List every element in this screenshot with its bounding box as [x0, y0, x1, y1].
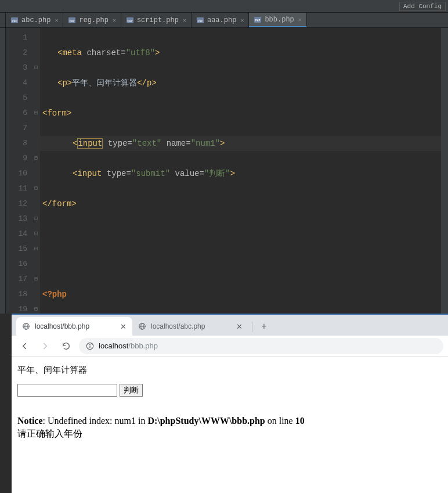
line-number: 3	[6, 60, 27, 75]
left-gutter-handle[interactable]	[0, 28, 6, 314]
php-file-icon: PHP	[254, 16, 262, 24]
page-title: 平年、闰年计算器	[17, 365, 442, 376]
line-number: 2	[6, 45, 27, 60]
url-path: /bbb.php	[128, 341, 158, 350]
editor-tab-label: reg.php	[79, 16, 108, 24]
fold-gutter[interactable]: ⊟ ⊟ ⊟ ⊟ ⊟ ⊟ ⊟ ⊟ ⊟	[32, 28, 40, 314]
browser-tab-inactive[interactable]: localhost/abc.php ✕	[132, 317, 248, 336]
browser-address-bar: localhost/bbb.php	[12, 336, 448, 357]
svg-text:PHP: PHP	[255, 19, 261, 23]
svg-rect-18	[89, 346, 90, 348]
fold-marker[interactable]	[32, 121, 40, 136]
editor-tab-label: script.php	[137, 16, 179, 24]
editor-tab-aaa[interactable]: PHP aaa.php ✕	[192, 13, 249, 27]
fold-marker[interactable]	[32, 136, 40, 151]
line-number: 1	[6, 30, 27, 45]
site-info-icon[interactable]	[86, 342, 94, 350]
fold-marker[interactable]: ⊟	[32, 211, 40, 226]
notice-label: Notice	[17, 416, 43, 426]
browser-window: localhost/bbb.php ✕ localhost/abc.php ✕ …	[12, 314, 448, 493]
line-number: 18	[6, 287, 27, 302]
svg-point-17	[89, 344, 91, 345]
php-file-icon: PHP	[10, 16, 19, 24]
line-number: 5	[6, 91, 27, 106]
php-file-icon: PHP	[126, 16, 134, 24]
line-number: 7	[6, 121, 27, 136]
line-number: 13	[6, 211, 27, 226]
fold-marker[interactable]: ⊟	[32, 272, 40, 287]
php-file-icon: PHP	[68, 16, 76, 24]
year-form	[17, 384, 442, 397]
fold-marker[interactable]: ⊟	[32, 106, 40, 121]
add-config-button[interactable]: Add Config	[399, 2, 446, 11]
fold-marker[interactable]	[32, 287, 40, 302]
fold-marker[interactable]	[32, 91, 40, 106]
error-message: 请正确输入年份	[17, 429, 82, 438]
php-file-icon: PHP	[196, 16, 204, 24]
close-icon[interactable]: ✕	[236, 322, 243, 331]
close-icon[interactable]: ✕	[239, 17, 245, 24]
new-tab-button[interactable]: +	[256, 318, 272, 334]
editor-scrollbar[interactable]	[441, 28, 448, 314]
judge-button[interactable]	[120, 384, 143, 397]
svg-text:PHP: PHP	[127, 20, 132, 23]
notice-text: on line	[265, 416, 295, 426]
globe-icon	[138, 322, 146, 330]
close-icon[interactable]: ✕	[111, 17, 117, 24]
left-handle[interactable]	[0, 13, 6, 27]
line-number: 16	[6, 257, 27, 272]
url-host: localhost	[99, 341, 128, 350]
line-number-gutter: 1 2 3 4 5 6 7 8 9 10 11 12 13 14 15 16 1…	[6, 28, 32, 314]
editor-tab-bbb[interactable]: PHP bbb.php ✕	[249, 13, 306, 27]
fold-marker[interactable]	[32, 257, 40, 272]
globe-icon	[22, 322, 30, 330]
browser-tab-label: localhost/bbb.php	[35, 322, 89, 330]
browser-tab-active[interactable]: localhost/bbb.php ✕	[16, 317, 132, 336]
close-icon[interactable]: ✕	[53, 17, 59, 24]
ide-header: Add Config	[0, 0, 448, 13]
fold-marker[interactable]: ⊟	[32, 226, 40, 242]
fold-marker[interactable]	[32, 196, 40, 211]
line-number: 9	[6, 151, 27, 166]
line-number: 19	[6, 302, 27, 314]
php-notice: Notice: Undefined index: num1 in D:\phpS…	[17, 415, 442, 441]
notice-line: 10	[295, 416, 305, 426]
editor-tab-script[interactable]: PHP script.php ✕	[121, 13, 192, 27]
editor-tab-label: bbb.php	[265, 16, 294, 24]
fold-marker[interactable]	[32, 45, 40, 60]
svg-text:PHP: PHP	[70, 20, 75, 23]
forward-button[interactable]	[37, 338, 53, 354]
fold-marker[interactable]: ⊟	[32, 242, 40, 257]
fold-marker[interactable]: ⊟	[32, 181, 40, 196]
url-input[interactable]: localhost/bbb.php	[79, 338, 443, 354]
close-icon[interactable]: ✕	[297, 16, 303, 23]
editor-tab-label: aaa.php	[207, 16, 236, 24]
close-icon[interactable]: ✕	[120, 322, 127, 331]
line-number: 17	[6, 272, 27, 287]
line-number: 14	[6, 226, 27, 242]
editor-tabs: PHP abc.php ✕ PHP reg.php ✕ PHP script.p…	[0, 13, 448, 28]
svg-text:PHP: PHP	[12, 20, 17, 23]
notice-text: : Undefined index: num1 in	[43, 416, 148, 426]
code-editor[interactable]: <meta charset="utf8"> <p>平年、闰年计算器</p> <f…	[40, 28, 441, 314]
editor-tab-label: abc.php	[21, 16, 50, 24]
fold-marker[interactable]	[32, 75, 40, 91]
browser-content: 平年、闰年计算器 Notice: Undefined index: num1 i…	[12, 357, 448, 449]
fold-marker[interactable]	[32, 30, 40, 45]
notice-path: D:\phpStudy\WWW\bbb.php	[147, 416, 265, 426]
line-number: 12	[6, 196, 27, 211]
close-icon[interactable]: ✕	[182, 17, 187, 24]
fold-marker[interactable]: ⊟	[32, 60, 40, 75]
browser-tabs: localhost/bbb.php ✕ localhost/abc.php ✕ …	[12, 315, 448, 336]
line-number: 10	[6, 166, 27, 181]
year-input[interactable]	[17, 384, 117, 397]
reload-button[interactable]	[58, 338, 74, 354]
fold-marker[interactable]	[32, 166, 40, 181]
fold-marker[interactable]: ⊟	[32, 302, 40, 314]
editor-tab-abc[interactable]: PHP abc.php ✕	[6, 13, 63, 27]
fold-marker[interactable]: ⊟	[32, 151, 40, 166]
tab-separator	[252, 322, 252, 332]
editor-tab-reg[interactable]: PHP reg.php ✕	[63, 13, 121, 27]
back-button[interactable]	[16, 338, 32, 354]
svg-text:PHP: PHP	[197, 20, 203, 23]
